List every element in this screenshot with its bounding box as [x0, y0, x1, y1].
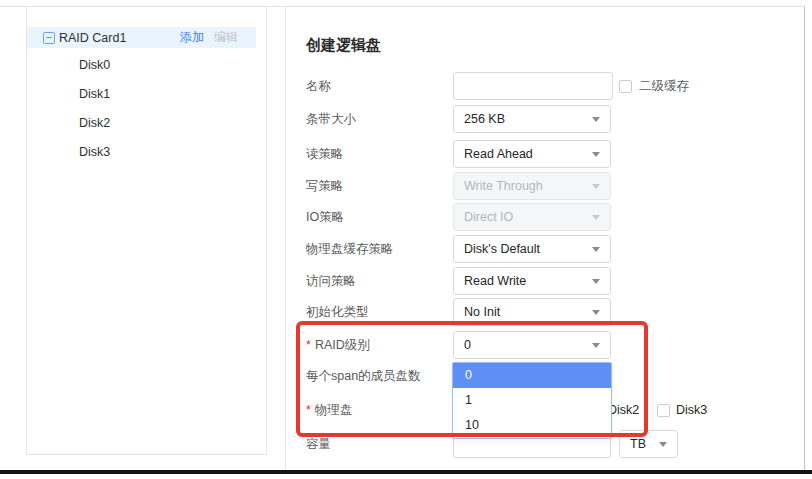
stripe-size-label: 条带大小 — [306, 111, 453, 128]
chevron-down-icon — [592, 184, 600, 189]
tree-node-raid-card[interactable]: − RAID Card1 添加 编辑 — [27, 27, 256, 48]
row-access-policy: 访问策略 Read Write — [306, 267, 611, 295]
physical-disks-label: * 物理盘 — [306, 402, 453, 419]
init-type-label: 初始化类型 — [306, 304, 453, 321]
chevron-down-icon — [592, 310, 600, 315]
row-pd-cache-policy: 物理盘缓存策略 Disk's Default — [306, 235, 611, 263]
read-policy-label: 读策略 — [306, 146, 453, 163]
write-policy-value: Write Through — [464, 179, 543, 193]
disk2-label: Disk2 — [608, 403, 639, 417]
io-policy-label: IO策略 — [306, 209, 453, 226]
chevron-down-icon — [592, 117, 600, 122]
add-link[interactable]: 添加 — [180, 29, 204, 46]
io-policy-select: Direct IO — [453, 203, 611, 231]
raid-level-dropdown: 0 1 10 — [452, 362, 612, 439]
access-policy-label: 访问策略 — [306, 273, 453, 290]
init-type-select[interactable]: No Init — [453, 298, 611, 326]
capacity-unit-select[interactable]: TB — [619, 430, 678, 458]
tree-actions: 添加 编辑 — [180, 29, 238, 46]
raid-tree-panel: − RAID Card1 添加 编辑 Disk0 Disk1 Disk2 Dis… — [26, 7, 267, 455]
pd-cache-policy-label: 物理盘缓存策略 — [306, 241, 453, 258]
stripe-size-select[interactable]: 256 KB — [453, 105, 611, 133]
page-title: 创建逻辑盘 — [306, 36, 381, 55]
bottom-black-line — [0, 470, 812, 474]
raid-option-10[interactable]: 10 — [453, 413, 611, 438]
tree-node-disk2[interactable]: Disk2 — [79, 114, 110, 132]
collapse-icon[interactable]: − — [43, 32, 55, 44]
name-label: 名称 — [306, 78, 453, 95]
io-policy-value: Direct IO — [464, 210, 513, 224]
secondary-cache-checkbox[interactable] — [619, 80, 632, 93]
required-asterisk: * — [306, 403, 311, 417]
chevron-down-icon — [592, 152, 600, 157]
write-policy-label: 写策略 — [306, 178, 453, 195]
edit-link[interactable]: 编辑 — [214, 29, 238, 46]
secondary-cache-label: 二级缓存 — [639, 78, 689, 95]
row-raid-level: * RAID级别 0 — [306, 331, 611, 359]
read-policy-value: Read Ahead — [464, 147, 533, 161]
row-name: 名称 二级缓存 — [306, 72, 689, 100]
raid-level-select[interactable]: 0 — [453, 331, 611, 359]
tree-node-disk3[interactable]: Disk3 — [79, 143, 110, 161]
disk3-option: Disk3 — [657, 403, 725, 417]
disk3-checkbox[interactable] — [657, 404, 670, 417]
row-span-members: 每个span的成员盘数 — [306, 362, 453, 390]
read-policy-select[interactable]: Read Ahead — [453, 140, 611, 168]
raid-option-0[interactable]: 0 — [453, 363, 611, 388]
pd-cache-policy-select[interactable]: Disk's Default — [453, 235, 611, 263]
tree-node-label: RAID Card1 — [59, 31, 126, 45]
raid-level-value: 0 — [464, 338, 471, 352]
chevron-down-icon — [592, 215, 600, 220]
tree-node-disk1[interactable]: Disk1 — [79, 85, 110, 103]
frame-right-border — [804, 6, 805, 471]
secondary-cache-option: 二级缓存 — [619, 78, 689, 95]
tree-node-disk0[interactable]: Disk0 — [79, 56, 110, 74]
disk3-label: Disk3 — [676, 403, 707, 417]
row-read-policy: 读策略 Read Ahead — [306, 140, 611, 168]
row-io-policy: IO策略 Direct IO — [306, 203, 611, 231]
raid-option-1[interactable]: 1 — [453, 388, 611, 413]
access-policy-value: Read Write — [464, 274, 526, 288]
screenshot-canvas: − RAID Card1 添加 编辑 Disk0 Disk1 Disk2 Dis… — [0, 0, 812, 479]
capacity-unit-value: TB — [630, 437, 646, 451]
span-members-label: 每个span的成员盘数 — [306, 368, 453, 385]
chevron-down-icon — [592, 279, 600, 284]
access-policy-select[interactable]: Read Write — [453, 267, 611, 295]
stripe-size-value: 256 KB — [464, 112, 505, 126]
write-policy-select: Write Through — [453, 172, 611, 200]
raid-level-label: * RAID级别 — [306, 337, 453, 354]
name-input[interactable] — [453, 72, 613, 100]
row-write-policy: 写策略 Write Through — [306, 172, 611, 200]
chevron-down-icon — [592, 343, 600, 348]
required-asterisk: * — [306, 338, 311, 352]
chevron-down-icon — [592, 247, 600, 252]
init-type-value: No Init — [464, 305, 500, 319]
capacity-label: 容量 — [306, 436, 453, 453]
chevron-down-icon — [659, 442, 667, 447]
row-init-type: 初始化类型 No Init — [306, 298, 611, 326]
row-stripe-size: 条带大小 256 KB — [306, 105, 611, 133]
pd-cache-policy-value: Disk's Default — [464, 242, 540, 256]
